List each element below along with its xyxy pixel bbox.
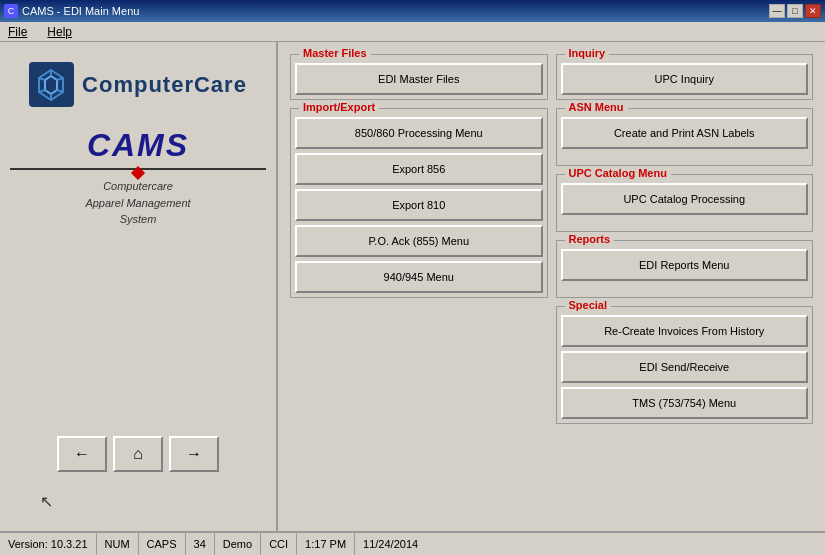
import-export-buttons: 850/860 Processing Menu Export 856 Expor… <box>295 117 543 293</box>
home-button[interactable]: ⌂ <box>113 436 163 472</box>
computercare-logo-icon <box>29 62 74 107</box>
inquiry-buttons: UPC Inquiry <box>561 63 809 95</box>
section-special: Special Re-Create Invoices From History … <box>556 306 814 424</box>
back-button[interactable]: ← <box>57 436 107 472</box>
section-upc-catalog: UPC Catalog Menu UPC Catalog Processing <box>556 174 814 232</box>
reports-buttons: EDI Reports Menu <box>561 249 809 281</box>
940-945-menu-button[interactable]: 940/945 Menu <box>295 261 543 293</box>
app-icon: C <box>4 4 18 18</box>
recreate-invoices-button[interactable]: Re-Create Invoices From History <box>561 315 809 347</box>
close-button[interactable]: ✕ <box>805 4 821 18</box>
maximize-button[interactable]: □ <box>787 4 803 18</box>
850-860-processing-button[interactable]: 850/860 Processing Menu <box>295 117 543 149</box>
status-time: 1:17 PM <box>297 533 355 555</box>
upc-catalog-buttons: UPC Catalog Processing <box>561 183 809 215</box>
section-inquiry-title: Inquiry <box>565 47 610 59</box>
status-cci: CCI <box>261 533 297 555</box>
section-inquiry: Inquiry UPC Inquiry <box>556 54 814 100</box>
minimize-button[interactable]: — <box>769 4 785 18</box>
logo-text: ComputerCare <box>82 72 247 98</box>
special-buttons: Re-Create Invoices From History EDI Send… <box>561 315 809 419</box>
tms-753-754-button[interactable]: TMS (753/754) Menu <box>561 387 809 419</box>
status-num2: 34 <box>186 533 215 555</box>
main-window: ComputerCare CAMS Computercare Apparel M… <box>0 42 825 531</box>
title-bar: C CAMS - EDI Main Menu — □ ✕ <box>0 0 825 22</box>
left-panel: ComputerCare CAMS Computercare Apparel M… <box>0 42 278 531</box>
section-master-files-title: Master Files <box>299 47 371 59</box>
create-print-asn-button[interactable]: Create and Print ASN Labels <box>561 117 809 149</box>
status-version: Version: 10.3.21 <box>0 533 97 555</box>
upc-catalog-processing-button[interactable]: UPC Catalog Processing <box>561 183 809 215</box>
export-810-button[interactable]: Export 810 <box>295 189 543 221</box>
edi-reports-menu-button[interactable]: EDI Reports Menu <box>561 249 809 281</box>
section-import-export: Import/Export 850/860 Processing Menu Ex… <box>290 108 548 298</box>
cursor-indicator: ↖ <box>40 492 53 511</box>
menu-file[interactable]: File <box>4 23 31 41</box>
section-import-export-title: Import/Export <box>299 101 379 113</box>
master-files-buttons: EDI Master Files <box>295 63 543 95</box>
status-demo: Demo <box>215 533 261 555</box>
cams-title: CAMS <box>10 127 266 164</box>
section-upc-catalog-title: UPC Catalog Menu <box>565 167 671 179</box>
upc-inquiry-button[interactable]: UPC Inquiry <box>561 63 809 95</box>
edi-master-files-button[interactable]: EDI Master Files <box>295 63 543 95</box>
forward-button[interactable]: → <box>169 436 219 472</box>
window-title: CAMS - EDI Main Menu <box>22 5 139 17</box>
section-master-files: Master Files EDI Master Files <box>290 54 548 100</box>
status-num: NUM <box>97 533 139 555</box>
right-panel: Master Files EDI Master Files Inquiry UP… <box>278 42 825 531</box>
po-ack-855-button[interactable]: P.O. Ack (855) Menu <box>295 225 543 257</box>
cams-branding: CAMS Computercare Apparel Management Sys… <box>10 127 266 228</box>
status-date: 11/24/2014 <box>355 533 825 555</box>
export-856-button[interactable]: Export 856 <box>295 153 543 185</box>
edi-send-receive-button[interactable]: EDI Send/Receive <box>561 351 809 383</box>
window-controls: — □ ✕ <box>769 4 821 18</box>
nav-buttons: ← ⌂ → <box>57 426 219 472</box>
logo-container: ComputerCare <box>29 62 247 107</box>
section-reports-title: Reports <box>565 233 615 245</box>
section-special-title: Special <box>565 299 612 311</box>
section-reports: Reports EDI Reports Menu <box>556 240 814 298</box>
section-asn-title: ASN Menu <box>565 101 628 113</box>
menu-help[interactable]: Help <box>43 23 76 41</box>
status-caps: CAPS <box>139 533 186 555</box>
cams-subtitle: Computercare Apparel Management System <box>10 178 266 228</box>
status-bar: Version: 10.3.21 NUM CAPS 34 Demo CCI 1:… <box>0 531 825 555</box>
asn-buttons: Create and Print ASN Labels <box>561 117 809 149</box>
section-asn-menu: ASN Menu Create and Print ASN Labels <box>556 108 814 166</box>
menu-bar: File Help <box>0 22 825 42</box>
cams-underline <box>10 168 266 170</box>
